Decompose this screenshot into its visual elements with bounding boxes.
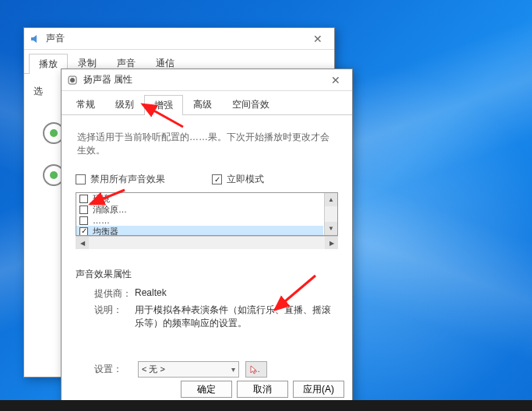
speaker-content: 选择适用于当前聆听配置的……果。下次开始播放时更改才会生效。 禁用所有声音效果 … — [62, 115, 352, 387]
provider-row: 提供商： Realtek — [94, 287, 338, 300]
enhance-topline: 禁用所有声音效果 立即模式 — [76, 171, 338, 188]
effect-properties-group: 声音效果属性 提供商： Realtek 说明： 用于模拟各种表演条件（如流行乐、… — [76, 268, 338, 330]
scroll-v-track[interactable] — [325, 206, 337, 222]
settings-ellipsis-button[interactable]: … — [245, 361, 267, 378]
svg-point-5 — [70, 78, 75, 83]
taskbar[interactable] — [0, 400, 532, 411]
instant-mode-checkbox[interactable] — [212, 174, 222, 184]
effect-checkbox-voice[interactable] — [79, 206, 88, 214]
effect-label-voice: 消除原… — [93, 204, 127, 216]
tab-general[interactable]: 常规 — [66, 94, 105, 114]
svg-point-1 — [50, 129, 58, 137]
settings-row: 设置： < 无 > … — [94, 361, 338, 378]
speaker-properties-dialog: 扬声器 属性 ✕ 常规 级别 增强 高级 空间音效 选择适用于当前聆听配置的……… — [61, 68, 353, 405]
desc-row: 说明： 用于模拟各种表演条件（如流行乐、直播、摇滚乐等）的频率响应的设置。 — [94, 304, 338, 330]
disable-all-effects-checkbox[interactable] — [76, 174, 86, 184]
effect-item-equalizer[interactable]: 均衡器 — [76, 226, 323, 236]
tab-level[interactable]: 级别 — [105, 94, 144, 114]
effect-checkbox-3[interactable] — [79, 216, 88, 225]
speaker-tabs: 常规 级别 增强 高级 空间音效 — [62, 91, 352, 115]
speaker-icon — [66, 74, 79, 86]
scroll-left-button[interactable]: ◀ — [76, 237, 89, 249]
enhance-description: 选择适用于当前聆听配置的……果。下次开始播放时更改才会生效。 — [77, 131, 338, 157]
speaker-close-button[interactable]: ✕ — [324, 72, 347, 88]
disable-all-effects-label: 禁用所有声音效果 — [90, 173, 165, 186]
tab-enhance[interactable]: 增强 — [144, 95, 183, 115]
effect-label-3: …… — [93, 216, 110, 225]
effect-item-voice[interactable]: 消除原… — [76, 204, 323, 215]
effect-checkbox-env[interactable] — [79, 195, 88, 203]
speaker-dialog-buttons: 确定 取消 应用(A) — [181, 381, 344, 398]
sound-title: 声音 — [46, 32, 306, 45]
effect-label-equalizer: 均衡器 — [93, 226, 118, 237]
desc-label: 说明： — [94, 304, 135, 330]
effect-label-env: 环境 — [93, 193, 110, 205]
sound-titlebar: 声音 ✕ — [24, 28, 334, 50]
apply-button[interactable]: 应用(A) — [293, 381, 344, 398]
provider-label: 提供商： — [94, 287, 135, 300]
cancel-button[interactable]: 取消 — [237, 381, 288, 398]
effects-list: 环境 消除原… …… 均衡器 — [76, 193, 323, 235]
scroll-down-button[interactable]: ▼ — [325, 222, 337, 235]
speaker-title: 扬声器 属性 — [83, 73, 324, 86]
settings-label: 设置： — [94, 363, 138, 376]
scroll-right-button[interactable]: ▶ — [325, 237, 338, 249]
instant-mode-row[interactable]: 立即模式 — [212, 173, 264, 186]
svg-point-3 — [50, 171, 58, 179]
scroll-h-track[interactable] — [89, 237, 325, 249]
ok-button[interactable]: 确定 — [181, 381, 232, 398]
effect-properties-title: 声音效果属性 — [76, 268, 338, 281]
effect-item-3[interactable]: …… — [76, 215, 323, 226]
tab-advanced[interactable]: 高级 — [183, 94, 222, 114]
cursor-icon — [249, 364, 260, 375]
speaker-titlebar: 扬声器 属性 ✕ — [62, 69, 352, 91]
effect-item-env[interactable]: 环境 — [76, 193, 323, 204]
scroll-up-button[interactable]: ▲ — [325, 193, 337, 206]
effects-vertical-scrollbar[interactable]: ▲ ▼ — [324, 193, 337, 235]
instant-mode-label: 立即模式 — [227, 173, 264, 186]
sound-close-button[interactable]: ✕ — [306, 31, 329, 47]
effects-horizontal-scrollbar[interactable]: ◀ ▶ — [76, 236, 338, 249]
desc-value: 用于模拟各种表演条件（如流行乐、直播、摇滚乐等）的频率响应的设置。 — [135, 304, 338, 330]
settings-selected: < 无 > — [142, 364, 165, 375]
settings-combobox[interactable]: < 无 > — [138, 361, 239, 378]
tab-spatial[interactable]: 空间音效 — [222, 94, 280, 114]
sound-icon — [29, 33, 41, 45]
effect-checkbox-equalizer[interactable] — [79, 227, 88, 236]
effects-listbox[interactable]: 环境 消除原… …… 均衡器 ▲ ▼ — [76, 192, 338, 236]
disable-all-effects-row[interactable]: 禁用所有声音效果 — [76, 173, 165, 186]
provider-value: Realtek — [135, 287, 338, 300]
